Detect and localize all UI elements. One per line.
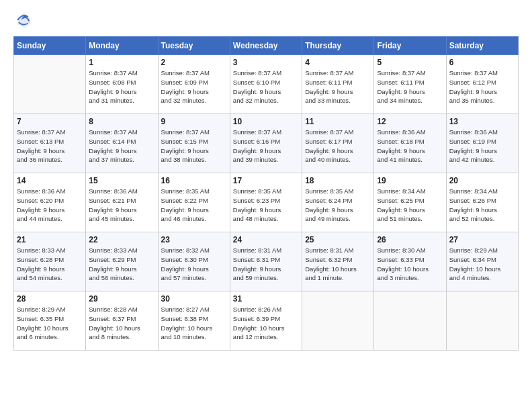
day-number: 24 (233, 235, 299, 244)
day-number: 12 (377, 117, 443, 126)
day-number: 16 (161, 176, 227, 185)
calendar-cell: 20Sunrise: 8:34 AMSunset: 6:26 PMDayligh… (446, 173, 518, 232)
day-number: 23 (161, 235, 227, 244)
day-info: Sunrise: 8:33 AMSunset: 6:29 PMDaylight:… (89, 246, 154, 283)
calendar-cell: 17Sunrise: 8:35 AMSunset: 6:23 PMDayligh… (230, 173, 302, 232)
day-number: 4 (305, 58, 371, 67)
weekday-header-tuesday: Tuesday (158, 37, 230, 55)
day-number: 5 (377, 58, 443, 67)
calendar-cell: 13Sunrise: 8:36 AMSunset: 6:19 PMDayligh… (446, 114, 518, 173)
calendar-cell: 29Sunrise: 8:28 AMSunset: 6:37 PMDayligh… (86, 291, 158, 351)
calendar-cell: 6Sunrise: 8:37 AMSunset: 6:12 PMDaylight… (446, 55, 518, 114)
day-info: Sunrise: 8:30 AMSunset: 6:33 PMDaylight:… (377, 246, 443, 283)
calendar-cell (302, 291, 374, 351)
day-info: Sunrise: 8:35 AMSunset: 6:23 PMDaylight:… (233, 187, 299, 224)
day-info: Sunrise: 8:37 AMSunset: 6:11 PMDaylight:… (305, 68, 371, 105)
page-header (13, 11, 519, 30)
day-info: Sunrise: 8:37 AMSunset: 6:14 PMDaylight:… (89, 128, 154, 165)
calendar-cell: 11Sunrise: 8:37 AMSunset: 6:17 PMDayligh… (302, 114, 374, 173)
calendar-cell: 28Sunrise: 8:29 AMSunset: 6:35 PMDayligh… (14, 291, 86, 351)
calendar-header: SundayMondayTuesdayWednesdayThursdayFrid… (14, 37, 519, 55)
calendar-cell: 3Sunrise: 8:37 AMSunset: 6:10 PMDaylight… (230, 55, 302, 114)
day-info: Sunrise: 8:36 AMSunset: 6:19 PMDaylight:… (449, 128, 515, 165)
calendar-cell: 1Sunrise: 8:37 AMSunset: 6:08 PMDaylight… (86, 55, 158, 114)
calendar-week-row: 21Sunrise: 8:33 AMSunset: 6:28 PMDayligh… (14, 232, 519, 291)
day-info: Sunrise: 8:29 AMSunset: 6:34 PMDaylight:… (449, 246, 515, 283)
day-info: Sunrise: 8:37 AMSunset: 6:13 PMDaylight:… (17, 128, 83, 165)
day-info: Sunrise: 8:36 AMSunset: 6:20 PMDaylight:… (17, 187, 83, 224)
day-info: Sunrise: 8:37 AMSunset: 6:09 PMDaylight:… (161, 68, 227, 105)
day-info: Sunrise: 8:32 AMSunset: 6:30 PMDaylight:… (161, 246, 227, 283)
weekday-header-thursday: Thursday (302, 37, 374, 55)
day-info: Sunrise: 8:26 AMSunset: 6:39 PMDaylight:… (233, 305, 299, 342)
calendar-cell: 14Sunrise: 8:36 AMSunset: 6:20 PMDayligh… (14, 173, 86, 232)
day-number: 17 (233, 176, 299, 185)
day-info: Sunrise: 8:37 AMSunset: 6:11 PMDaylight:… (377, 68, 443, 105)
day-info: Sunrise: 8:37 AMSunset: 6:15 PMDaylight:… (161, 128, 227, 165)
day-info: Sunrise: 8:36 AMSunset: 6:21 PMDaylight:… (89, 187, 154, 224)
day-number: 19 (377, 176, 443, 185)
day-number: 30 (161, 294, 227, 304)
day-info: Sunrise: 8:34 AMSunset: 6:26 PMDaylight:… (449, 187, 515, 224)
calendar-cell: 31Sunrise: 8:26 AMSunset: 6:39 PMDayligh… (230, 291, 302, 351)
day-info: Sunrise: 8:33 AMSunset: 6:28 PMDaylight:… (17, 246, 83, 283)
calendar-cell (374, 291, 446, 351)
calendar-cell: 5Sunrise: 8:37 AMSunset: 6:11 PMDaylight… (374, 55, 446, 114)
day-info: Sunrise: 8:37 AMSunset: 6:17 PMDaylight:… (305, 128, 371, 165)
day-number: 9 (161, 117, 227, 126)
calendar-cell: 7Sunrise: 8:37 AMSunset: 6:13 PMDaylight… (14, 114, 86, 173)
day-info: Sunrise: 8:35 AMSunset: 6:24 PMDaylight:… (305, 187, 371, 224)
weekday-header-friday: Friday (374, 37, 446, 55)
calendar-cell: 10Sunrise: 8:37 AMSunset: 6:16 PMDayligh… (230, 114, 302, 173)
calendar-body: 1Sunrise: 8:37 AMSunset: 6:08 PMDaylight… (14, 55, 519, 351)
day-number: 10 (233, 117, 299, 126)
calendar-cell: 19Sunrise: 8:34 AMSunset: 6:25 PMDayligh… (374, 173, 446, 232)
calendar-week-row: 14Sunrise: 8:36 AMSunset: 6:20 PMDayligh… (14, 173, 519, 232)
day-info: Sunrise: 8:34 AMSunset: 6:25 PMDaylight:… (377, 187, 443, 224)
day-number: 14 (17, 176, 83, 185)
day-info: Sunrise: 8:37 AMSunset: 6:08 PMDaylight:… (89, 68, 154, 105)
calendar-cell (446, 291, 518, 351)
day-number: 20 (449, 176, 515, 185)
day-info: Sunrise: 8:35 AMSunset: 6:22 PMDaylight:… (161, 187, 227, 224)
day-info: Sunrise: 8:31 AMSunset: 6:31 PMDaylight:… (233, 246, 299, 283)
day-number: 8 (89, 117, 154, 126)
day-number: 1 (89, 58, 154, 67)
calendar-cell: 9Sunrise: 8:37 AMSunset: 6:15 PMDaylight… (158, 114, 230, 173)
day-number: 6 (449, 58, 515, 67)
day-info: Sunrise: 8:36 AMSunset: 6:18 PMDaylight:… (377, 128, 443, 165)
day-info: Sunrise: 8:37 AMSunset: 6:12 PMDaylight:… (449, 68, 515, 105)
weekday-header-monday: Monday (86, 37, 158, 55)
weekday-header-sunday: Sunday (14, 37, 86, 55)
day-number: 7 (17, 117, 83, 126)
calendar-cell: 15Sunrise: 8:36 AMSunset: 6:21 PMDayligh… (86, 173, 158, 232)
calendar-cell: 21Sunrise: 8:33 AMSunset: 6:28 PMDayligh… (14, 232, 86, 291)
day-number: 2 (161, 58, 227, 67)
calendar-cell: 8Sunrise: 8:37 AMSunset: 6:14 PMDaylight… (86, 114, 158, 173)
calendar-cell: 2Sunrise: 8:37 AMSunset: 6:09 PMDaylight… (158, 55, 230, 114)
calendar-cell: 23Sunrise: 8:32 AMSunset: 6:30 PMDayligh… (158, 232, 230, 291)
day-number: 13 (449, 117, 515, 126)
day-number: 18 (305, 176, 371, 185)
weekday-header-saturday: Saturday (446, 37, 518, 55)
calendar-cell: 16Sunrise: 8:35 AMSunset: 6:22 PMDayligh… (158, 173, 230, 232)
day-number: 25 (305, 235, 371, 244)
calendar-cell: 25Sunrise: 8:31 AMSunset: 6:32 PMDayligh… (302, 232, 374, 291)
day-info: Sunrise: 8:28 AMSunset: 6:37 PMDaylight:… (89, 305, 154, 342)
day-info: Sunrise: 8:31 AMSunset: 6:32 PMDaylight:… (305, 246, 371, 283)
logo (13, 11, 35, 30)
calendar-cell: 22Sunrise: 8:33 AMSunset: 6:29 PMDayligh… (86, 232, 158, 291)
day-info: Sunrise: 8:27 AMSunset: 6:38 PMDaylight:… (161, 305, 227, 342)
day-number: 28 (17, 294, 83, 304)
calendar-cell: 12Sunrise: 8:36 AMSunset: 6:18 PMDayligh… (374, 114, 446, 173)
weekday-header-wednesday: Wednesday (230, 37, 302, 55)
day-info: Sunrise: 8:29 AMSunset: 6:35 PMDaylight:… (17, 305, 83, 342)
day-info: Sunrise: 8:37 AMSunset: 6:16 PMDaylight:… (233, 128, 299, 165)
calendar-cell: 4Sunrise: 8:37 AMSunset: 6:11 PMDaylight… (302, 55, 374, 114)
calendar-week-row: 28Sunrise: 8:29 AMSunset: 6:35 PMDayligh… (14, 291, 519, 351)
day-info: Sunrise: 8:37 AMSunset: 6:10 PMDaylight:… (233, 68, 299, 105)
day-number: 26 (377, 235, 443, 244)
day-number: 27 (449, 235, 515, 244)
calendar-cell: 18Sunrise: 8:35 AMSunset: 6:24 PMDayligh… (302, 173, 374, 232)
calendar-cell: 30Sunrise: 8:27 AMSunset: 6:38 PMDayligh… (158, 291, 230, 351)
